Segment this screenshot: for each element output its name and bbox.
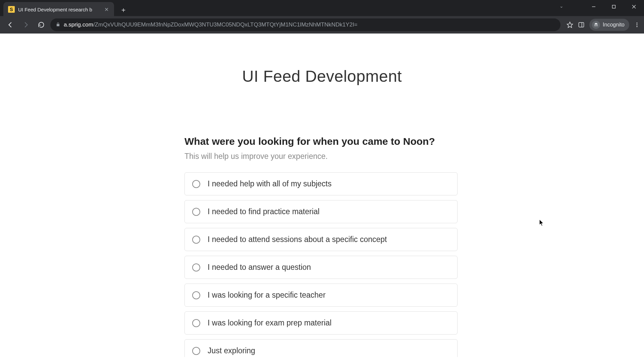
survey-option[interactable]: I was looking for exam prep material: [184, 311, 458, 335]
radio-icon[interactable]: [192, 208, 200, 216]
radio-icon[interactable]: [192, 236, 200, 244]
svg-marker-4: [567, 22, 573, 28]
url-text: a.sprig.com/ZmQxVUhQUU9EMmM3fnNpZDoxMWQ3…: [64, 21, 358, 28]
svg-rect-5: [579, 22, 584, 27]
svg-point-7: [594, 25, 596, 26]
incognito-icon: [592, 21, 600, 29]
page-title: UI Feed Development: [242, 67, 402, 85]
minimize-button[interactable]: [584, 0, 604, 13]
browser-address-bar: a.sprig.com/ZmQxVUhQUU9EMmM3fnNpZDoxMWQ3…: [0, 16, 644, 34]
option-label: I needed to answer a question: [208, 263, 311, 272]
incognito-badge[interactable]: Incognito: [589, 19, 629, 31]
survey-subtext: This will help us improve your experienc…: [184, 152, 458, 161]
survey-option[interactable]: I needed help with all of my subjects: [184, 172, 458, 195]
window-controls: [584, 0, 644, 13]
url-input[interactable]: a.sprig.com/ZmQxVUhQUU9EMmM3fnNpZDoxMWQ3…: [50, 18, 560, 31]
survey-option[interactable]: I was looking for a specific teacher: [184, 284, 458, 307]
survey-scroll-area[interactable]: What were you looking for when you came …: [184, 136, 460, 357]
tab-favicon: S: [8, 6, 15, 13]
survey-option[interactable]: I needed to attend sessions about a spec…: [184, 228, 458, 251]
survey-option[interactable]: I needed to find practice material: [184, 200, 458, 223]
forward-button[interactable]: [19, 18, 32, 31]
option-label: I needed to find practice material: [208, 207, 320, 216]
survey-question: What were you looking for when you came …: [184, 136, 458, 147]
page-scroll-area[interactable]: UI Feed Development What were you lookin…: [0, 34, 644, 362]
lock-icon: [56, 22, 60, 28]
tabs-dropdown-icon[interactable]: ⌄: [559, 3, 564, 9]
page-viewport: UI Feed Development What were you lookin…: [0, 34, 644, 362]
option-label: I needed help with all of my subjects: [208, 179, 331, 188]
radio-icon[interactable]: [192, 180, 200, 188]
maximize-button[interactable]: [604, 0, 624, 13]
browser-menu-icon[interactable]: [634, 22, 640, 28]
svg-point-8: [596, 25, 598, 26]
svg-point-11: [637, 26, 638, 27]
option-label: I was looking for exam prep material: [208, 318, 331, 327]
radio-icon[interactable]: [192, 319, 200, 327]
browser-titlebar: S UI Feed Development research b ✕ ＋ ⌄: [0, 0, 644, 16]
survey-frame: What were you looking for when you came …: [184, 136, 460, 357]
incognito-label: Incognito: [603, 22, 625, 28]
reload-button[interactable]: [35, 18, 48, 31]
close-tab-icon[interactable]: ✕: [103, 6, 109, 12]
option-label: I was looking for a specific teacher: [208, 291, 326, 300]
svg-point-10: [637, 24, 638, 25]
back-button[interactable]: [4, 18, 17, 31]
radio-icon[interactable]: [192, 291, 200, 299]
survey-option[interactable]: I needed to answer a question: [184, 256, 458, 279]
svg-rect-1: [612, 5, 615, 8]
survey-option[interactable]: Just exploring: [184, 339, 458, 357]
side-panel-icon[interactable]: [578, 21, 585, 28]
browser-tab[interactable]: S UI Feed Development research b ✕: [3, 2, 114, 17]
option-label: I needed to attend sessions about a spec…: [208, 235, 387, 244]
radio-icon[interactable]: [192, 347, 200, 355]
svg-point-9: [637, 22, 638, 23]
bookmark-icon[interactable]: [567, 21, 573, 28]
radio-icon[interactable]: [192, 263, 200, 272]
option-label: Just exploring: [208, 346, 255, 355]
close-window-button[interactable]: [624, 0, 644, 13]
new-tab-button[interactable]: ＋: [120, 5, 127, 14]
tab-title: UI Feed Development research b: [18, 7, 100, 12]
